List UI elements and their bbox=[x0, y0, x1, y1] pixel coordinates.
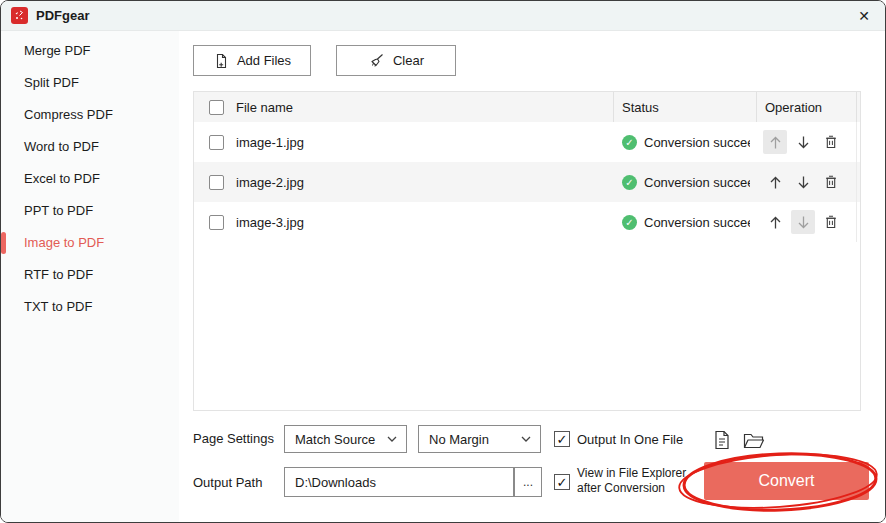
page-settings-label: Page Settings bbox=[193, 431, 274, 446]
convert-button[interactable]: Convert bbox=[704, 462, 869, 500]
column-operation: Operation bbox=[765, 100, 822, 115]
success-icon: ✓ bbox=[622, 135, 637, 150]
output-path-input[interactable]: D:\Downloads bbox=[284, 467, 514, 497]
sidebar-item-excel-to-pdf[interactable]: Excel to PDF bbox=[1, 163, 179, 195]
row-checkbox[interactable] bbox=[209, 135, 224, 150]
sidebar-item-ppt-to-pdf[interactable]: PPT to PDF bbox=[1, 195, 179, 227]
row-checkbox[interactable] bbox=[209, 175, 224, 190]
clear-label: Clear bbox=[393, 53, 424, 68]
delete-icon[interactable] bbox=[819, 170, 843, 194]
status-text: Conversion succeeded bbox=[644, 215, 750, 230]
view-explorer-label: View in File Explorer after Conversion bbox=[577, 466, 686, 496]
sidebar-item-split-pdf[interactable]: Split PDF bbox=[1, 67, 179, 99]
sidebar-item-compress-pdf[interactable]: Compress PDF bbox=[1, 99, 179, 131]
chevron-down-icon bbox=[521, 436, 531, 442]
pdfgear-logo-icon bbox=[11, 7, 28, 24]
sidebar: Merge PDF Split PDF Compress PDF Word to… bbox=[1, 31, 179, 522]
view-explorer-checkbox[interactable] bbox=[554, 474, 570, 490]
add-files-button[interactable]: Add Files bbox=[193, 45, 311, 76]
move-down-icon[interactable] bbox=[791, 170, 815, 194]
toolbar: Add Files Clear bbox=[193, 45, 456, 76]
browse-button[interactable]: ... bbox=[514, 467, 542, 497]
title-bar: PDFgear ✕ bbox=[1, 1, 885, 31]
table-row: image-2.jpg ✓ Conversion succeeded bbox=[194, 162, 860, 202]
output-one-file-checkbox[interactable] bbox=[554, 431, 570, 447]
add-file-icon bbox=[213, 53, 229, 69]
close-button[interactable]: ✕ bbox=[843, 1, 885, 31]
sidebar-item-rtf-to-pdf[interactable]: RTF to PDF bbox=[1, 259, 179, 291]
sidebar-item-word-to-pdf[interactable]: Word to PDF bbox=[1, 131, 179, 163]
move-up-icon[interactable] bbox=[763, 210, 787, 234]
output-path-value: D:\Downloads bbox=[295, 475, 376, 490]
move-down-icon bbox=[791, 210, 815, 234]
main-panel: Add Files Clear File name bbox=[179, 31, 885, 522]
column-status: Status bbox=[622, 100, 659, 115]
status-text: Conversion succeeded bbox=[644, 135, 750, 150]
chevron-down-icon bbox=[387, 436, 397, 442]
move-up-icon[interactable] bbox=[763, 170, 787, 194]
open-folder-icon[interactable] bbox=[743, 430, 765, 452]
delete-icon[interactable] bbox=[819, 210, 843, 234]
clear-button[interactable]: Clear bbox=[336, 45, 456, 76]
output-path-label: Output Path bbox=[193, 475, 262, 490]
sidebar-item-merge-pdf[interactable]: Merge PDF bbox=[1, 35, 179, 67]
file-name: image-1.jpg bbox=[236, 135, 304, 150]
broom-icon bbox=[368, 52, 385, 69]
margin-dropdown[interactable]: No Margin bbox=[418, 425, 541, 453]
output-one-file-label: Output In One File bbox=[577, 432, 683, 447]
select-all-checkbox[interactable] bbox=[209, 100, 224, 115]
file-name: image-3.jpg bbox=[236, 215, 304, 230]
delete-icon[interactable] bbox=[819, 130, 843, 154]
column-file-name: File name bbox=[236, 100, 293, 115]
success-icon: ✓ bbox=[622, 215, 637, 230]
row-checkbox[interactable] bbox=[209, 215, 224, 230]
page-size-value: Match Source bbox=[295, 432, 375, 447]
file-name: image-2.jpg bbox=[236, 175, 304, 190]
sidebar-item-image-to-pdf[interactable]: Image to PDF bbox=[1, 227, 179, 259]
window-title: PDFgear bbox=[36, 8, 89, 23]
table-row: image-1.jpg ✓ Conversion succeeded bbox=[194, 122, 860, 162]
status-text: Conversion succeeded bbox=[644, 175, 750, 190]
success-icon: ✓ bbox=[622, 175, 637, 190]
move-down-icon[interactable] bbox=[791, 130, 815, 154]
add-files-label: Add Files bbox=[237, 53, 291, 68]
table-header: File name Status Operation bbox=[194, 92, 860, 122]
table-row: image-3.jpg ✓ Conversion succeeded bbox=[194, 202, 860, 242]
page-size-dropdown[interactable]: Match Source bbox=[284, 425, 407, 453]
file-table: File name Status Operation image-1.jpg ✓ bbox=[193, 91, 861, 411]
sidebar-item-txt-to-pdf[interactable]: TXT to PDF bbox=[1, 291, 179, 323]
app-window: PDFgear ✕ Merge PDF Split PDF Compress P… bbox=[0, 0, 886, 523]
document-icon[interactable] bbox=[711, 429, 733, 451]
move-up-icon bbox=[763, 130, 787, 154]
margin-value: No Margin bbox=[429, 432, 489, 447]
